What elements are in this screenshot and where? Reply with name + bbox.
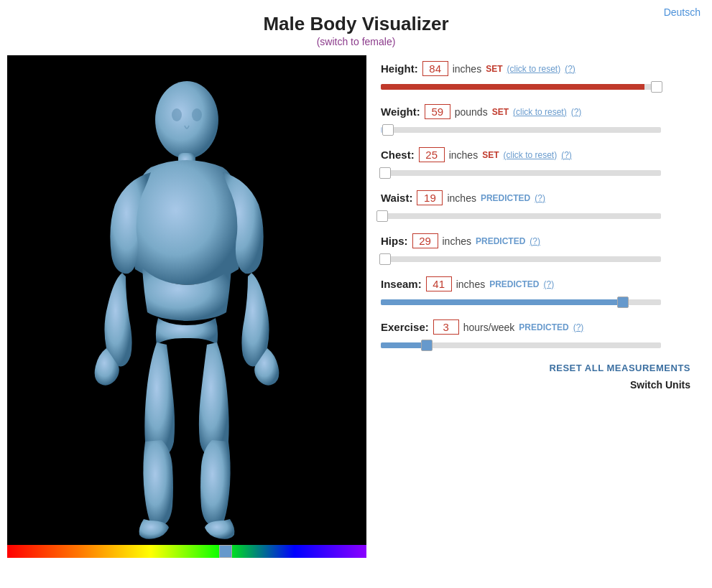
body-canvas <box>7 55 366 558</box>
inseam-label: Inseam: <box>381 278 422 290</box>
exercise-slider[interactable] <box>381 338 661 353</box>
height-reset[interactable]: (click to reset) <box>507 64 560 74</box>
body-figure <box>7 55 366 554</box>
weight-slider[interactable] <box>381 123 661 137</box>
height-value[interactable]: 84 <box>422 61 448 76</box>
waist-label: Waist: <box>381 192 412 204</box>
inseam-status: PREDICTED <box>489 279 539 289</box>
height-slider-thumb[interactable] <box>651 81 662 93</box>
waist-value[interactable]: 19 <box>417 190 443 205</box>
hips-slider-fill <box>381 256 389 262</box>
inseam-help[interactable]: (?) <box>544 279 555 289</box>
exercise-value[interactable]: 3 <box>433 319 459 335</box>
exercise-slider-fill <box>381 342 431 348</box>
lang-link[interactable]: Deutsch <box>664 6 701 19</box>
hips-status: PREDICTED <box>476 236 525 246</box>
svg-point-3 <box>192 108 202 121</box>
main-layout: Height: 84 inches SET (click to reset) (… <box>0 55 712 558</box>
chest-control: Chest: 25 inches SET (click to reset) (?… <box>381 147 690 180</box>
exercise-slider-thumb[interactable] <box>421 340 433 351</box>
deutsch-link[interactable]: Deutsch <box>664 6 701 18</box>
skin-tone-bar[interactable] <box>7 545 366 558</box>
hips-slider[interactable] <box>381 252 661 266</box>
weight-slider-thumb[interactable] <box>382 124 394 136</box>
svg-point-0 <box>155 81 218 159</box>
hips-help[interactable]: (?) <box>530 236 540 246</box>
hips-value[interactable]: 29 <box>412 233 438 248</box>
exercise-help[interactable]: (?) <box>573 322 584 332</box>
hips-label: Hips: <box>381 235 408 247</box>
inseam-value[interactable]: 41 <box>426 276 452 291</box>
svg-point-2 <box>172 108 182 121</box>
exercise-status: PREDICTED <box>519 322 568 332</box>
switch-units-button[interactable]: Switch Units <box>630 379 690 391</box>
chest-reset[interactable]: (click to reset) <box>503 150 557 160</box>
weight-label: Weight: <box>381 106 420 118</box>
page-header: Male Body Visualizer (switch to female) <box>0 0 712 48</box>
weight-reset[interactable]: (click to reset) <box>513 107 567 117</box>
exercise-unit: hours/week <box>463 322 515 333</box>
inseam-unit: inches <box>456 279 485 290</box>
chest-help[interactable]: (?) <box>561 150 572 160</box>
chest-status: SET <box>482 150 499 160</box>
weight-unit: pounds <box>455 106 488 118</box>
hips-control: Hips: 29 inches PREDICTED (?) <box>381 233 690 266</box>
height-unit: inches <box>453 63 481 75</box>
weight-status: SET <box>492 107 509 117</box>
switch-gender-link[interactable]: (switch to female) <box>317 36 396 47</box>
chest-unit: inches <box>449 149 478 161</box>
exercise-control: Exercise: 3 hours/week PREDICTED (?) <box>381 319 690 353</box>
chest-slider-thumb[interactable] <box>379 167 391 179</box>
height-help[interactable]: (?) <box>565 64 575 74</box>
chest-slider-fill <box>381 170 389 176</box>
inseam-control: Inseam: 41 inches PREDICTED (?) <box>381 276 690 309</box>
waist-help[interactable]: (?) <box>535 193 545 203</box>
exercise-label: Exercise: <box>381 321 429 333</box>
hips-slider-thumb[interactable] <box>379 253 391 265</box>
skin-tone-thumb[interactable] <box>219 545 232 558</box>
bottom-actions: RESET ALL MEASUREMENTS Switch Units <box>381 363 690 391</box>
weight-help[interactable]: (?) <box>571 107 582 117</box>
waist-unit: inches <box>447 192 476 204</box>
waist-slider-fill <box>381 213 387 219</box>
page-title: Male Body Visualizer <box>0 13 712 35</box>
chest-value[interactable]: 25 <box>419 147 445 162</box>
height-status: SET <box>486 64 502 74</box>
hips-unit: inches <box>443 235 471 247</box>
body-svg <box>86 68 287 542</box>
height-label: Height: <box>381 62 418 75</box>
waist-slider[interactable] <box>381 209 661 223</box>
inseam-slider[interactable] <box>381 295 661 309</box>
weight-value[interactable]: 59 <box>425 104 450 119</box>
controls-panel: Height: 84 inches SET (click to reset) (… <box>366 55 705 558</box>
reset-all-button[interactable]: RESET ALL MEASUREMENTS <box>549 363 690 373</box>
height-slider[interactable] <box>381 80 661 94</box>
height-slider-fill <box>381 84 644 90</box>
inseam-slider-thumb[interactable] <box>617 297 629 308</box>
chest-slider[interactable] <box>381 166 661 180</box>
waist-control: Waist: 19 inches PREDICTED (?) <box>381 190 690 223</box>
height-control: Height: 84 inches SET (click to reset) (… <box>381 61 690 94</box>
waist-status: PREDICTED <box>481 193 530 203</box>
chest-label: Chest: <box>381 149 415 161</box>
waist-slider-thumb[interactable] <box>376 210 388 222</box>
weight-slider-fill <box>381 127 392 133</box>
weight-control: Weight: 59 pounds SET (click to reset) (… <box>381 104 690 137</box>
inseam-slider-fill <box>381 299 627 305</box>
